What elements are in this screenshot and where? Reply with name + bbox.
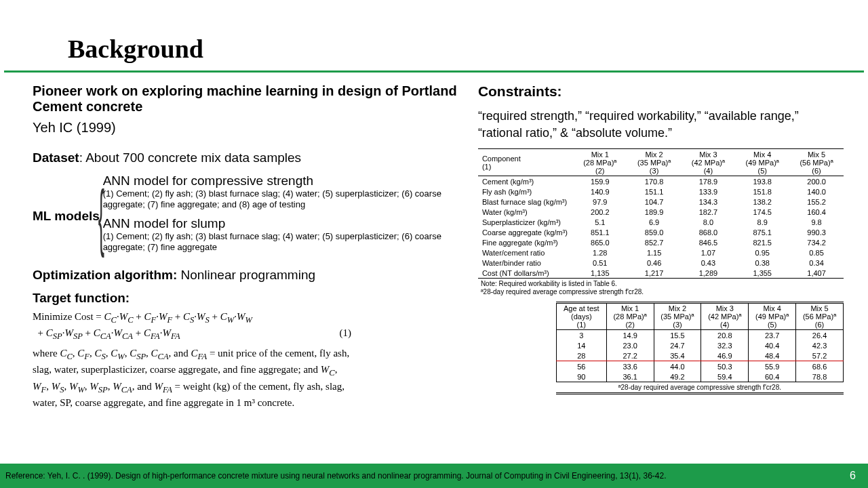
- table2-cell: 50.3: [701, 361, 749, 372]
- table2-cell: 55.9: [749, 361, 796, 372]
- table1-header: Mix 3(42 MPa)ª(4): [682, 149, 736, 176]
- table1-cell: Fly ash (kg/m³): [478, 186, 573, 197]
- table1-header: Mix 2(35 MPa)ª(3): [627, 149, 682, 176]
- table2-cell: 23.7: [749, 330, 796, 341]
- ml-models-block: ML models { ANN model for compressive st…: [33, 174, 462, 258]
- right-column: Constraints: “required strength,” “requi…: [478, 83, 844, 410]
- table1-cell: 1.07: [682, 247, 736, 258]
- ml-item-title: ANN model for slump: [103, 216, 462, 231]
- table2-cell: 44.0: [654, 361, 701, 372]
- table1-cell: Coarse aggregate (kg/m³): [478, 227, 573, 237]
- table1-cell: 189.9: [627, 207, 682, 217]
- target-function-label: Target function:: [33, 291, 462, 306]
- ml-item-title: ANN model for compressive strength: [103, 174, 462, 188]
- table2-cell: 14: [556, 340, 606, 350]
- table1-cell: 0.95: [735, 247, 789, 258]
- table2-cell: 68.6: [796, 361, 844, 372]
- optimization-label: Optimization algorithm:: [33, 268, 181, 282]
- table1-cell: 1,355: [735, 268, 789, 279]
- table1-cell: 159.9: [573, 176, 627, 187]
- table2-cell: 33.6: [606, 361, 654, 372]
- table2-cell: 40.4: [749, 340, 796, 350]
- table1-cell: 868.0: [682, 227, 736, 237]
- table1-header: Mix 4(49 MPa)ª(5): [735, 149, 789, 176]
- table1-cell: Cement (kg/m³): [478, 176, 573, 187]
- table1-cell: 859.0: [627, 227, 682, 237]
- table1-cell: 151.1: [627, 186, 682, 197]
- table2-cell: 42.3: [796, 340, 844, 350]
- table1-cell: 0.34: [789, 258, 844, 268]
- table2-cell: 23.0: [606, 340, 654, 350]
- table1-cell: 134.3: [682, 197, 736, 207]
- table1-cell: 865.0: [573, 237, 627, 247]
- table1-cell: 1,217: [627, 268, 682, 279]
- age-strength-table: Age at test(days)(1)Mix 1(28 MPa)ª(2)Mix…: [556, 302, 844, 382]
- page-number: 6: [850, 470, 859, 482]
- dataset-line: Dataset: About 700 concrete mix data sam…: [33, 150, 462, 165]
- table2-cell: 3: [556, 330, 606, 341]
- table1-cell: 151.8: [735, 186, 789, 197]
- table1-note2: ª28-day required average compressive str…: [481, 288, 844, 296]
- table1-cell: 0.46: [627, 258, 682, 268]
- table2-cell: 15.5: [654, 330, 701, 341]
- table1-notes: Note: Required workability is listed in …: [481, 280, 844, 296]
- table1-cell: 6.9: [627, 217, 682, 227]
- table1-cell: 200.0: [789, 176, 844, 187]
- table2-cell: 14.9: [606, 330, 654, 341]
- table1-header: Mix 1(28 MPa)ª(2): [573, 149, 627, 176]
- table1-header: Mix 5(56 MPa)ª(6): [789, 149, 844, 176]
- table1-cell: 133.9: [682, 186, 736, 197]
- author-line: Yeh IC (1999): [33, 120, 462, 136]
- table1-header: Component(1): [478, 149, 573, 176]
- table1-cell: 200.2: [573, 207, 627, 217]
- table2-cell: 20.8: [701, 330, 749, 341]
- ml-models-label: ML models: [33, 209, 100, 224]
- table1-cell: Water/cement ratio: [478, 247, 573, 258]
- table2-cell: 90: [556, 371, 606, 382]
- table1-cell: 140.9: [573, 186, 627, 197]
- table1-cell: 170.8: [627, 176, 682, 187]
- table1-cell: 1,407: [789, 268, 844, 279]
- table2-note: ª28-day required average compressive str…: [556, 382, 844, 394]
- equation-number: (1): [340, 326, 352, 342]
- table1-cell: 0.38: [735, 258, 789, 268]
- table1-cell: 9.8: [789, 217, 844, 227]
- table1-cell: 852.7: [627, 237, 682, 247]
- table2-header: Mix 5(56 MPa)ª(6): [796, 303, 844, 330]
- table2-header: Age at test(days)(1): [556, 303, 606, 330]
- left-column: Pioneer work on exploring machine learni…: [33, 83, 462, 410]
- slide-title: Background: [0, 0, 868, 70]
- table1-cell: 104.7: [627, 197, 682, 207]
- optimization-text: Nonlinear programming: [181, 268, 316, 282]
- reference-text: Reference: Yeh, I. C. . (1999). Design o…: [5, 471, 667, 481]
- table2-cell: 59.4: [701, 371, 749, 382]
- table1-cell: 734.2: [789, 237, 844, 247]
- table1-cell: 155.2: [789, 197, 844, 207]
- table1-cell: Blast furnace slag (kg/m³): [478, 197, 573, 207]
- table1-cell: 0.43: [682, 258, 736, 268]
- table1-cell: 1,135: [573, 268, 627, 279]
- table1-cell: 97.9: [573, 197, 627, 207]
- ml-item: ANN model for compressive strength (1) C…: [103, 174, 462, 211]
- table2-header: Mix 4(49 MPa)ª(5): [749, 303, 796, 330]
- table1-cell: 1,289: [682, 268, 736, 279]
- table1-cell: 174.5: [735, 207, 789, 217]
- table2-cell: 27.2: [606, 350, 654, 361]
- table2-cell: 56: [556, 361, 606, 372]
- table2-header: Mix 1(28 MPa)ª(2): [606, 303, 654, 330]
- table1-cell: 846.5: [682, 237, 736, 247]
- table1-cell: 0.85: [789, 247, 844, 258]
- table1-cell: 821.5: [735, 237, 789, 247]
- table1-cell: 178.9: [682, 176, 736, 187]
- table1-cell: 160.4: [789, 207, 844, 217]
- equation-line-2: + CSP·WSP + CCA·WCA + CFA·WFA (1): [33, 326, 351, 342]
- ml-items: ANN model for compressive strength (1) C…: [103, 174, 462, 258]
- constraints-title: Constraints:: [478, 83, 844, 100]
- table1-cell: 0.51: [573, 258, 627, 268]
- table1-cell: 138.2: [735, 197, 789, 207]
- table1-cell: 8.9: [735, 217, 789, 227]
- table1-cell: 5.1: [573, 217, 627, 227]
- table1-cell: 1.15: [627, 247, 682, 258]
- table2-cell: 26.4: [796, 330, 844, 341]
- table1-cell: 851.1: [573, 227, 627, 237]
